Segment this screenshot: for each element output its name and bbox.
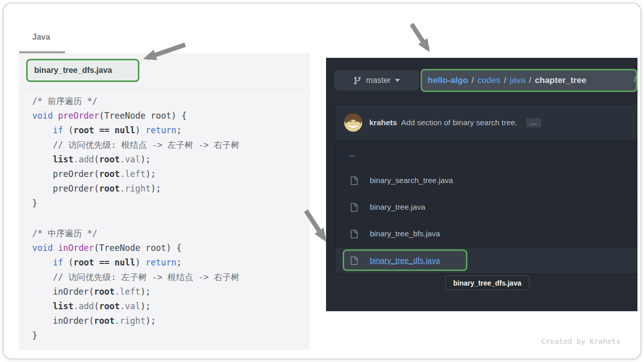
code-line: inOrder(root.right); — [32, 314, 239, 328]
file-icon — [350, 256, 358, 265]
branch-selector-button[interactable]: master — [334, 70, 419, 90]
breadcrumb-trailing-slash: / — [634, 74, 636, 84]
git-branch-icon — [353, 76, 362, 85]
code-line: /* 中序遍历 */ — [32, 226, 239, 241]
breadcrumb-separator: / — [468, 75, 477, 85]
commit-message[interactable]: Add section of binary search tree. — [401, 118, 517, 127]
code-viewer-header: binary_tree_dfs.java — [19, 53, 310, 90]
code-line: inOrder(root.left); — [32, 285, 239, 299]
code-line: } — [32, 196, 239, 211]
code-line: /* 前序遍历 */ — [32, 94, 239, 109]
avatar-image — [344, 114, 362, 132]
file-icon — [350, 203, 358, 212]
table-row[interactable]: .. — [336, 141, 637, 167]
code-line: list.add(root.val); — [32, 299, 239, 314]
code-line: void preOrder(TreeNode root) { — [32, 109, 239, 123]
repo-content-box: krahets Add section of binary search tre… — [335, 104, 637, 274]
code-line: preOrder(root.right); — [32, 182, 239, 196]
file-icon — [350, 176, 358, 185]
commit-more-button[interactable]: … — [526, 118, 541, 127]
code-line: } — [32, 328, 239, 343]
file-name: binary_search_tree.java — [370, 176, 453, 185]
code-block-inorder: /* 中序遍历 */void inOrder(TreeNode root) { … — [32, 226, 239, 343]
file-name: binary_tree_dfs.java — [370, 256, 440, 265]
table-row[interactable]: binary_tree.java — [336, 194, 637, 221]
breadcrumb-separator: / — [525, 75, 535, 85]
table-row[interactable]: binary_search_tree.java — [336, 167, 637, 194]
code-line: list.add(root.val); — [32, 152, 239, 167]
file-tooltip: binary_tree_dfs.java — [445, 276, 529, 290]
tab-java[interactable]: Java — [32, 33, 50, 42]
file-name: binary_tree.java — [370, 203, 425, 212]
footer-credit: Created by Krahets — [541, 337, 620, 345]
commit-author[interactable]: krahets — [369, 118, 397, 127]
file-name: binary_tree_bfs.java — [370, 229, 440, 238]
latest-commit-bar: krahets Add section of binary search tre… — [336, 105, 637, 141]
file-header-label: binary_tree_dfs.java — [34, 66, 112, 75]
file-name: .. — [350, 149, 355, 158]
code-line: // 访问优先级: 左子树 -> 根结点 -> 右子树 — [32, 270, 239, 285]
breadcrumb-annotation: hello-algo/codes/java/chapter_tree — [421, 69, 637, 92]
code-line: if (root == null) return; — [32, 255, 239, 270]
file-icon — [350, 230, 358, 238]
code-line: void inOrder(TreeNode root) { — [32, 241, 239, 255]
file-list: .. binary_search_tree.java binary_tree.j… — [336, 141, 637, 274]
code-line: // 访问优先级: 根结点 -> 左子树 -> 右子树 — [32, 138, 239, 152]
code-line: if (root == null) return; — [32, 123, 239, 138]
file-header-annotation: binary_tree_dfs.java — [26, 59, 139, 82]
breadcrumb-chapter_tree: chapter_tree — [535, 75, 586, 85]
github-panel: master hello-algo/codes/java/chapter_tre… — [326, 58, 637, 311]
breadcrumb: hello-algo/codes/java/chapter_tree — [428, 75, 586, 85]
breadcrumb-hello-algo[interactable]: hello-algo — [428, 75, 468, 85]
code-viewer-panel: binary_tree_dfs.java /* 前序遍历 */void preO… — [19, 53, 310, 350]
table-row[interactable]: binary_tree_bfs.java — [336, 221, 637, 247]
chevron-down-icon — [395, 79, 400, 82]
screenshot-card: Java binary_tree_dfs.java /* 前序遍历 */void… — [3, 3, 641, 359]
branch-name: master — [366, 76, 391, 85]
breadcrumb-codes[interactable]: codes — [477, 75, 500, 85]
avatar[interactable] — [344, 114, 362, 132]
breadcrumb-separator: / — [500, 75, 510, 85]
code-line: preOrder(root.left); — [32, 167, 239, 182]
table-row[interactable]: binary_tree_dfs.java — [336, 247, 637, 274]
code-block-preorder: /* 前序遍历 */void preOrder(TreeNode root) {… — [32, 94, 239, 211]
breadcrumb-java[interactable]: java — [510, 75, 525, 85]
